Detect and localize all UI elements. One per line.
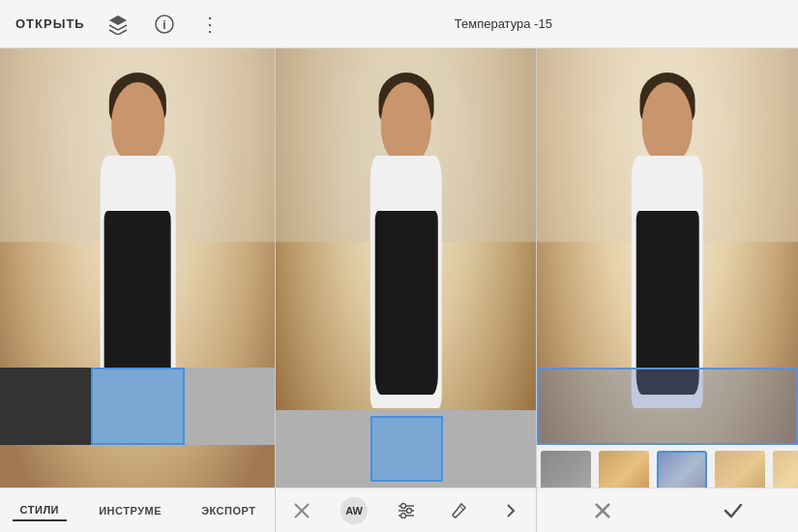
- open-button[interactable]: ОТКРЫТЬ: [15, 16, 85, 31]
- head-left: [111, 82, 164, 165]
- center-panel: AW: [276, 48, 537, 532]
- temperature-display: Температура -15: [224, 13, 783, 35]
- nav-styles[interactable]: СТИЛИ: [13, 500, 67, 521]
- top-bar-left: ОТКРЫТЬ i ⋮: [15, 11, 224, 38]
- left-panel: СТИЛИ ИНСТРУМЕ ЭКСПОРТ: [0, 48, 276, 532]
- layers-icon[interactable]: [104, 11, 132, 38]
- left-thumbnails: [0, 368, 276, 445]
- dress-right: [635, 211, 698, 395]
- nav-tools[interactable]: ИНСТРУМЕ: [91, 501, 169, 520]
- person-figure-left: [62, 73, 214, 532]
- head-center: [381, 82, 431, 165]
- svg-line-10: [459, 506, 463, 510]
- info-icon[interactable]: i: [151, 11, 178, 38]
- center-thumb-blue[interactable]: [370, 416, 443, 482]
- svg-point-7: [407, 508, 412, 513]
- head-right: [642, 82, 693, 165]
- right-confirm-bar: [537, 488, 798, 532]
- dress-center: [374, 211, 437, 395]
- right-panel: p Accentuate Faded Glow Morning Bright F…: [537, 48, 798, 532]
- forward-arrow-icon[interactable]: [497, 497, 524, 524]
- main-area: СТИЛИ ИНСТРУМЕ ЭКСПОРТ: [0, 48, 798, 532]
- close-tool-icon[interactable]: [288, 497, 315, 524]
- svg-point-9: [401, 513, 406, 517]
- bottom-nav: СТИЛИ ИНСТРУМЕ ЭКСПОРТ: [0, 488, 276, 532]
- filter-overlay-box: [537, 368, 798, 445]
- thumb-empty[interactable]: [185, 368, 276, 445]
- center-thumbnails: [276, 410, 537, 488]
- svg-text:i: i: [163, 18, 165, 32]
- more-icon[interactable]: ⋮: [197, 11, 224, 38]
- thumb-blue-selected[interactable]: [91, 368, 186, 445]
- nav-export[interactable]: ЭКСПОРТ: [193, 501, 263, 520]
- top-bar: ОТКРЫТЬ i ⋮ Температура -15: [0, 0, 798, 48]
- sliders-icon[interactable]: [393, 497, 420, 524]
- dress-left: [104, 211, 171, 395]
- temperature-value: Температура -15: [443, 13, 564, 35]
- confirm-button[interactable]: [720, 497, 747, 524]
- thumb-dark[interactable]: [0, 368, 91, 445]
- svg-point-5: [401, 503, 406, 508]
- left-photo: [0, 48, 276, 532]
- cancel-button[interactable]: [589, 497, 616, 524]
- center-bottom-bar: AW: [276, 488, 537, 532]
- eyedropper-icon[interactable]: [445, 497, 472, 524]
- auto-white-balance-icon[interactable]: AW: [340, 497, 368, 524]
